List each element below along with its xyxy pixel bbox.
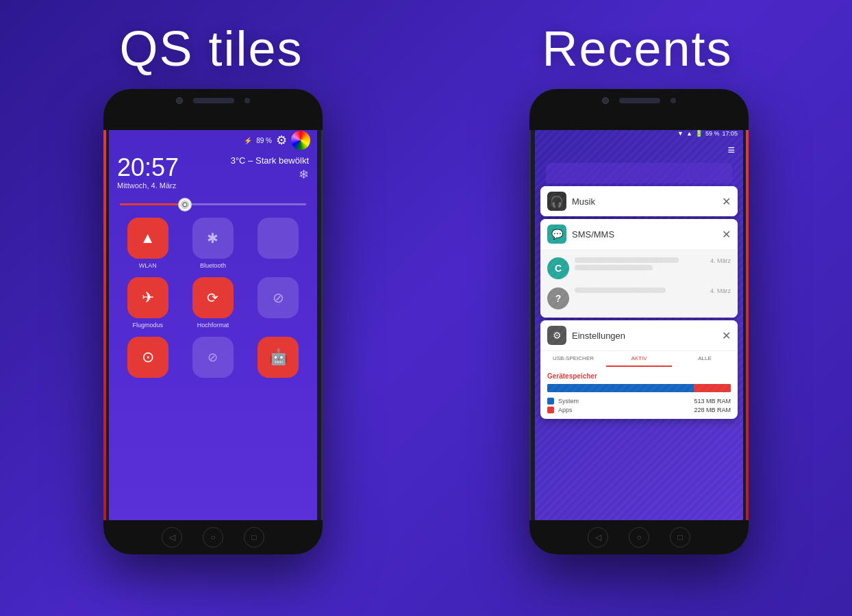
rotate-icon: ⟳ — [207, 290, 218, 306]
airplane-tile[interactable]: ✈ Flugmodus — [118, 277, 177, 329]
left-phone-nav: ◁ ○ □ — [109, 525, 317, 549]
peeking-card — [546, 163, 732, 183]
right-phone-top-bar — [529, 97, 749, 104]
back-button[interactable]: ◁ — [162, 527, 182, 548]
left-phone: ⚡ 89 % ⚙ 20:57 Mittwoch, 4. März 3°C – S… — [103, 89, 323, 554]
stripe-pattern — [535, 127, 743, 522]
battery-pct-left: 89 % — [256, 137, 272, 144]
qs-tiles-title: QS tiles — [119, 21, 303, 77]
brightness-slider[interactable] — [120, 203, 306, 205]
qs-header: 20:57 Mittwoch, 4. März 3°C – Stark bewö… — [109, 150, 317, 195]
right-home-button[interactable]: ○ — [629, 527, 649, 548]
timer-icon: ⊙ — [142, 348, 154, 366]
airplane-icon: ✈ — [142, 289, 154, 307]
user-avatar[interactable] — [291, 131, 310, 150]
bluetooth-tile-icon: ✱ — [192, 218, 234, 259]
right-back-button[interactable]: ◁ — [588, 527, 608, 548]
rotate-tile-label: Hochformat — [197, 322, 229, 329]
robot-icon: 🤖 — [269, 348, 288, 366]
signal-tile[interactable] — [249, 218, 308, 269]
qs-tiles-row3: ⊙ ⊘ 🤖 — [109, 333, 317, 382]
recents-title: Recents — [542, 21, 732, 77]
weather-widget: 3°C – Stark bewölkt ❄ — [231, 155, 309, 182]
brightness-thumb — [178, 198, 192, 211]
right-sensor — [671, 98, 676, 103]
timer-tile[interactable]: ⊙ — [118, 337, 177, 378]
speed-tile-icon: ⊘ — [258, 277, 299, 318]
qs-tiles-row2: ✈ Flugmodus ⟳ Hochformat ⊘ — [109, 273, 317, 333]
home-button[interactable]: ○ — [203, 527, 223, 548]
camera — [176, 97, 183, 104]
battery-icon-left: ⚡ — [244, 137, 252, 144]
right-phone: ▼ ▲ 🔋 59 % 17:05 ≡ 🎧 Musik ✕ — [529, 89, 749, 554]
header-section: QS tiles Recents — [0, 0, 852, 77]
left-accent — [103, 127, 106, 522]
timer-tile-icon: ⊙ — [127, 337, 168, 378]
robot-tile-icon: 🤖 — [258, 337, 299, 378]
sensor — [245, 98, 250, 103]
rotate-tile-icon: ⟳ — [192, 277, 234, 318]
clock-time: 20:57 — [117, 155, 179, 180]
settings-gear-icon[interactable]: ⚙ — [276, 133, 287, 148]
phones-container: ⚡ 89 % ⚙ 20:57 Mittwoch, 4. März 3°C – S… — [0, 89, 852, 554]
wifi-tile-icon: ▲ — [127, 218, 168, 259]
right-speaker — [619, 98, 660, 103]
data-tile-icon: ⊘ — [192, 337, 234, 378]
wifi-icon: ▲ — [140, 229, 155, 247]
qs-time: 20:57 Mittwoch, 4. März — [117, 155, 179, 190]
recents-screen: ▼ ▲ 🔋 59 % 17:05 ≡ 🎧 Musik ✕ — [535, 127, 743, 522]
weather-temp: 3°C – Stark bewölkt — [231, 155, 309, 166]
weather-icon: ❄ — [231, 167, 309, 182]
brightness-row — [109, 195, 317, 214]
right-phone-nav: ◁ ○ □ — [535, 525, 743, 549]
speed-tile[interactable]: ⊘ — [249, 277, 308, 329]
robot-tile[interactable]: 🤖 — [249, 337, 308, 378]
brightness-fill — [120, 203, 185, 205]
right-accent — [746, 127, 749, 522]
right-camera — [602, 97, 609, 104]
bluetooth-icon: ✱ — [207, 230, 218, 246]
qs-screen: ⚡ 89 % ⚙ 20:57 Mittwoch, 4. März 3°C – S… — [109, 127, 317, 522]
signal-tile-icon — [258, 218, 299, 259]
airplane-tile-label: Flugmodus — [132, 322, 163, 329]
rotate-tile[interactable]: ⟳ Hochformat — [184, 277, 242, 329]
speaker — [193, 98, 234, 103]
data-icon: ⊘ — [208, 350, 218, 365]
phone-top-bar — [103, 97, 323, 104]
right-recents-button[interactable]: □ — [670, 527, 690, 548]
brightness-thumb-inner — [182, 202, 188, 207]
wifi-tile[interactable]: ▲ WLAN — [118, 218, 177, 269]
speed-icon: ⊘ — [273, 290, 284, 306]
wifi-tile-label: WLAN — [139, 262, 157, 269]
data-tile[interactable]: ⊘ — [184, 337, 242, 378]
airplane-tile-icon: ✈ — [127, 277, 168, 318]
clock-date: Mittwoch, 4. März — [117, 181, 179, 190]
qs-tiles-row1: ▲ WLAN ✱ Bluetooth — [109, 214, 317, 273]
bluetooth-tile-label: Bluetooth — [200, 262, 226, 269]
bluetooth-tile[interactable]: ✱ Bluetooth — [184, 218, 242, 269]
recents-button[interactable]: □ — [244, 527, 264, 548]
